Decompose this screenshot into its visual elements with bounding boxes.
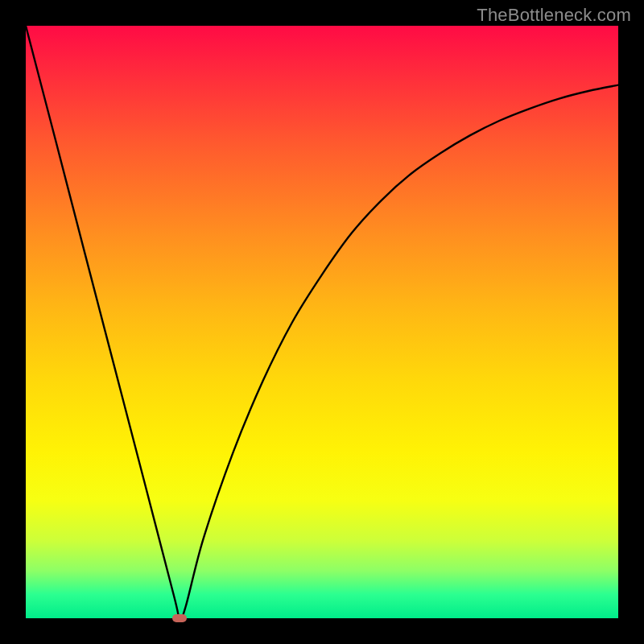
watermark-label: TheBottleneck.com: [477, 5, 631, 26]
chart-frame: TheBottleneck.com: [0, 0, 644, 644]
curve-svg: [26, 26, 618, 618]
bottleneck-curve: [26, 26, 618, 618]
optimal-point-marker: [172, 614, 187, 622]
plot-area: [26, 26, 618, 618]
